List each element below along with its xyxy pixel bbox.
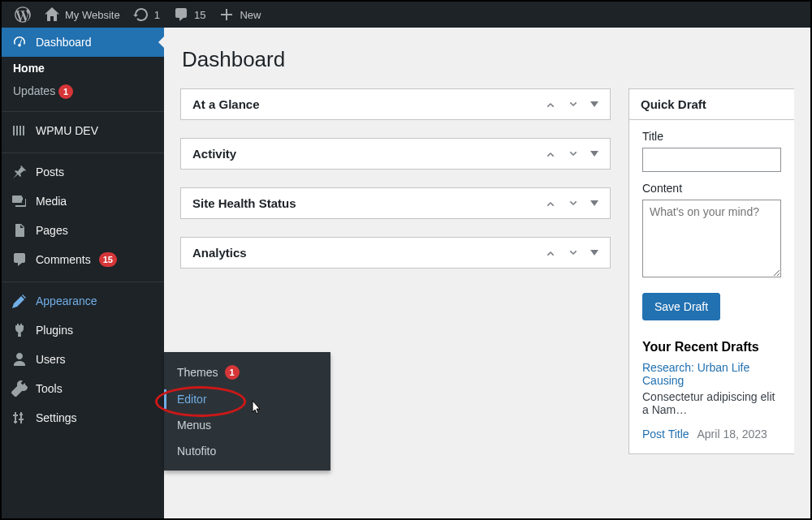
home-icon [44, 6, 60, 23]
plug-icon [11, 322, 28, 338]
sidebar-item-label: Users [36, 353, 66, 366]
metabox-activity: Activity [180, 138, 611, 170]
dashboard-right-column: Quick Draft Title Content Save Draft You… [628, 88, 794, 472]
sidebar-item-appearance[interactable]: Appearance [2, 286, 164, 316]
metabox-site-health: Site Health Status [180, 187, 611, 219]
new-label: New [240, 9, 261, 21]
comment-icon [11, 251, 28, 268]
sidebar-item-label: Dashboard [36, 36, 92, 49]
recent-drafts-heading: Your Recent Drafts [642, 340, 781, 355]
draft-item: Post Title April 18, 2023 [642, 428, 781, 440]
site-name-label: My Website [65, 9, 120, 21]
sidebar-item-label: Settings [36, 411, 77, 424]
updates-indicator[interactable]: 1 [127, 2, 166, 28]
draft-title-link[interactable]: Research: Urban Life Causing [642, 361, 749, 387]
sidebar-item-plugins[interactable]: Plugins [2, 316, 164, 345]
sliders-icon [11, 410, 28, 426]
admin-sidebar: Dashboard Home Updates 1 WPMU DEV Posts … [2, 28, 164, 518]
metabox-analytics: Analytics [180, 237, 611, 269]
metabox-menu-toggle[interactable] [590, 250, 598, 256]
sidebar-item-posts[interactable]: Posts [2, 157, 164, 187]
sidebar-item-pages[interactable]: Pages [2, 216, 164, 245]
sidebar-item-settings[interactable]: Settings [2, 403, 164, 432]
wrench-icon [11, 380, 28, 397]
chevron-up-icon[interactable] [545, 148, 556, 160]
pin-icon [11, 164, 28, 180]
submenu-item-home[interactable]: Home [2, 57, 164, 80]
plus-icon [218, 6, 235, 23]
chevron-up-icon[interactable] [545, 247, 556, 259]
update-icon [133, 6, 149, 23]
metabox-title: Analytics [192, 246, 247, 260]
metabox-quick-draft: Quick Draft Title Content Save Draft You… [628, 88, 794, 454]
submenu-item-label: Updates [13, 84, 55, 97]
cursor-icon [248, 399, 264, 415]
flyout-item-label: Editor [177, 393, 207, 406]
media-icon [11, 193, 28, 209]
metabox-title: At a Glance [192, 97, 260, 111]
page-icon [11, 222, 28, 239]
submenu-item-updates[interactable]: Updates 1 [2, 80, 164, 104]
flyout-item-label: Themes [177, 366, 218, 379]
quick-draft-content-textarea[interactable] [642, 200, 781, 277]
site-name-link[interactable]: My Website [37, 2, 127, 28]
wordpress-icon [15, 6, 31, 23]
dashboard-icon [11, 34, 28, 50]
draft-date: April 18, 2023 [697, 428, 767, 440]
metabox-title: Activity [192, 147, 236, 161]
save-draft-button[interactable]: Save Draft [642, 293, 720, 320]
metabox-menu-toggle[interactable] [590, 101, 598, 107]
metabox-title: Quick Draft [641, 97, 706, 111]
flyout-item-menus[interactable]: Menus [164, 412, 330, 438]
chevron-up-icon[interactable] [545, 99, 556, 110]
themes-badge: 1 [225, 365, 240, 380]
chevron-down-icon[interactable] [568, 99, 579, 110]
sidebar-item-label: Media [36, 195, 67, 208]
chevron-up-icon[interactable] [545, 198, 556, 209]
sidebar-item-label: Tools [36, 382, 63, 395]
sidebar-item-label: Posts [36, 165, 64, 178]
sidebar-item-label: Appearance [36, 294, 97, 307]
user-icon [11, 351, 28, 367]
updates-count-label: 1 [154, 9, 160, 21]
flyout-item-themes[interactable]: Themes 1 [164, 359, 330, 386]
sidebar-item-tools[interactable]: Tools [2, 374, 164, 403]
dashboard-submenu: Home Updates 1 [2, 57, 164, 104]
svg-rect-0 [13, 126, 15, 135]
comments-badge: 15 [99, 252, 117, 267]
sidebar-item-comments[interactable]: Comments 15 [2, 245, 164, 274]
metabox-title: Site Health Status [192, 196, 296, 210]
chevron-down-icon[interactable] [568, 148, 579, 160]
wp-logo[interactable] [8, 2, 37, 28]
sidebar-item-dashboard[interactable]: Dashboard [2, 28, 164, 57]
draft-title-link[interactable]: Post Title [642, 428, 689, 440]
flyout-item-nutofito[interactable]: Nutofito [164, 438, 330, 464]
draft-item: Research: Urban Life Causing Consectetur… [642, 361, 781, 416]
sidebar-item-users[interactable]: Users [2, 345, 164, 374]
quick-draft-title-input[interactable] [642, 148, 781, 172]
svg-rect-1 [16, 126, 18, 135]
metabox-at-a-glance: At a Glance [180, 88, 611, 120]
chevron-down-icon[interactable] [568, 247, 579, 259]
metabox-handle-actions [545, 198, 598, 209]
sidebar-item-media[interactable]: Media [2, 187, 164, 216]
sidebar-item-wpmudev[interactable]: WPMU DEV [2, 116, 164, 145]
metabox-menu-toggle[interactable] [590, 151, 598, 157]
updates-badge: 1 [58, 84, 73, 99]
comment-icon [173, 6, 189, 23]
quick-draft-content-label: Content [642, 182, 781, 195]
sidebar-item-label: Comments [36, 253, 91, 266]
new-content-button[interactable]: New [212, 2, 267, 28]
metabox-menu-toggle[interactable] [590, 200, 598, 206]
menu-separator [2, 149, 164, 153]
metabox-handle-actions [545, 148, 598, 160]
metabox-handle-actions [545, 247, 598, 259]
comments-indicator[interactable]: 15 [166, 2, 212, 28]
menu-separator [2, 108, 164, 112]
admin-bar: My Website 1 15 New [2, 2, 810, 28]
chevron-down-icon[interactable] [568, 198, 579, 209]
sidebar-item-label: Pages [36, 224, 68, 237]
menu-separator [2, 278, 164, 282]
sidebar-item-label: Plugins [36, 324, 73, 337]
recent-drafts: Your Recent Drafts Research: Urban Life … [642, 340, 781, 440]
